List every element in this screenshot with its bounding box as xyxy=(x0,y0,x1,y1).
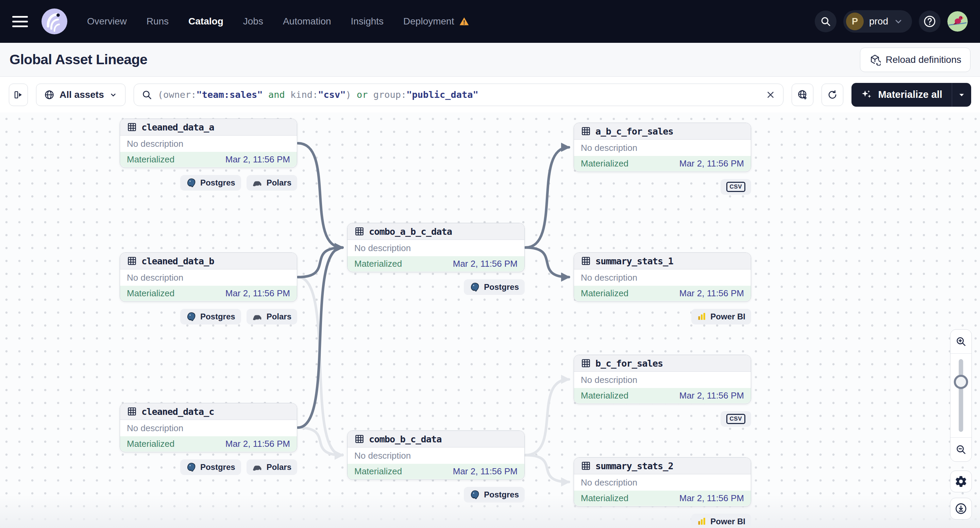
search-icon[interactable] xyxy=(815,11,837,32)
kind-tag-label: Power BI xyxy=(710,312,745,322)
zoom-slider-thumb[interactable] xyxy=(954,375,968,389)
query-segment: ) xyxy=(346,89,357,100)
zoom-out-icon[interactable] xyxy=(950,438,972,461)
filter-to-group-icon[interactable] xyxy=(792,84,813,106)
zoom-slider[interactable] xyxy=(950,354,972,438)
refresh-icon[interactable] xyxy=(821,84,843,106)
kind-tag-polars[interactable]: Polars xyxy=(247,175,297,190)
dagster-logo-icon[interactable] xyxy=(39,6,70,37)
asset-search-input[interactable]: (owner:"team:sales" and kind:"csv") or g… xyxy=(134,84,784,106)
table-icon xyxy=(581,358,591,368)
asset-kind-tags: csv xyxy=(574,411,751,427)
asset-kind-tags: Postgres xyxy=(347,487,525,503)
kind-tag-postgres[interactable]: Postgres xyxy=(180,459,241,475)
asset-node-cleaned_data_b[interactable]: cleaned_data_b No description Materializ… xyxy=(120,252,297,302)
clear-search-icon[interactable] xyxy=(765,90,776,100)
kind-tag-label: Postgres xyxy=(200,178,235,187)
zoom-slider-track[interactable] xyxy=(959,359,963,432)
gear-icon xyxy=(955,475,967,488)
asset-scope-dropdown[interactable]: All assets xyxy=(36,84,126,106)
asset-status-row: Materialized Mar 2, 11:56 PM xyxy=(574,388,751,403)
kind-tag-power-bi[interactable]: Power BI xyxy=(691,309,751,325)
asset-node-b_c_for_sales[interactable]: b_c_for_sales No description Materialize… xyxy=(574,355,751,404)
kind-tag-csv[interactable]: csv xyxy=(721,179,751,195)
asset-description: No description xyxy=(120,270,297,286)
asset-node-summary_stats_1[interactable]: summary_stats_1 No description Materiali… xyxy=(574,252,751,302)
nav-item-label: Automation xyxy=(283,16,331,27)
table-icon xyxy=(127,406,137,417)
nav-item-automation[interactable]: Automation xyxy=(283,16,331,27)
download-button[interactable] xyxy=(950,498,972,520)
kind-tag-polars[interactable]: Polars xyxy=(247,309,297,325)
asset-node-a_b_c_for_sales[interactable]: a_b_c_for_sales No description Materiali… xyxy=(574,123,751,172)
canvas-settings-button[interactable] xyxy=(950,471,972,492)
lineage-edge xyxy=(525,379,569,455)
chevron-down-icon xyxy=(957,90,966,99)
kind-tag-csv[interactable]: csv xyxy=(721,411,751,427)
kind-tag-postgres[interactable]: Postgres xyxy=(464,487,525,503)
lineage-edge xyxy=(298,428,342,455)
query-segment: "team:sales" xyxy=(197,89,263,100)
asset-node-summary_stats_2[interactable]: summary_stats_2 No description Materiali… xyxy=(574,457,751,507)
zoom-in-icon[interactable] xyxy=(950,330,972,354)
kind-tag-power-bi[interactable]: Power BI xyxy=(691,514,751,528)
asset-name: combo_a_b_c_data xyxy=(369,226,452,237)
nav-item-catalog[interactable]: Catalog xyxy=(188,16,223,27)
asset-kind-tags: csv xyxy=(574,179,751,195)
asset-description: No description xyxy=(120,420,297,436)
avatar[interactable] xyxy=(947,11,968,32)
open-panel-icon[interactable] xyxy=(9,84,28,106)
query-segment: or xyxy=(357,89,368,100)
asset-node-header: cleaned_data_c xyxy=(120,403,297,420)
asset-node-cleaned_data_c[interactable]: cleaned_data_c No description Materializ… xyxy=(120,403,297,452)
kind-tag-label: Polars xyxy=(267,178,291,187)
menu-icon[interactable] xyxy=(12,14,28,29)
query-segment: "csv" xyxy=(318,89,345,100)
lineage-canvas[interactable]: cleaned_data_a No description Materializ… xyxy=(0,113,980,528)
environment-switcher[interactable]: P prod xyxy=(843,10,912,33)
asset-node-combo_a_b_c_data[interactable]: combo_a_b_c_data No description Material… xyxy=(347,223,525,272)
lineage-edge xyxy=(298,143,342,248)
table-icon xyxy=(127,122,137,132)
nav-item-label: Deployment xyxy=(403,16,454,27)
asset-status-row: Materialized Mar 2, 11:56 PM xyxy=(120,152,297,167)
kind-tag-label: Postgres xyxy=(484,282,519,292)
nav-item-runs[interactable]: Runs xyxy=(146,16,169,27)
kind-tag-postgres[interactable]: Postgres xyxy=(180,175,241,190)
nav-item-deployment[interactable]: Deployment xyxy=(403,16,469,27)
postgres-icon xyxy=(469,490,480,500)
asset-node-cleaned_data_a[interactable]: cleaned_data_a No description Materializ… xyxy=(120,119,297,168)
asset-description: No description xyxy=(347,240,524,256)
nav-item-label: Runs xyxy=(146,16,169,27)
nav-item-jobs[interactable]: Jobs xyxy=(243,16,263,27)
nav-item-overview[interactable]: Overview xyxy=(87,16,127,27)
kind-tag-polars[interactable]: Polars xyxy=(247,459,297,475)
materialize-all-button[interactable]: Materialize all xyxy=(851,83,952,107)
query-segment: (owner: xyxy=(158,89,197,100)
warning-icon xyxy=(459,16,469,27)
reload-definitions-button[interactable]: Reload definitions xyxy=(860,48,970,72)
nav-item-insights[interactable]: Insights xyxy=(351,16,384,27)
kind-tag-postgres[interactable]: Postgres xyxy=(464,279,525,295)
query-segment xyxy=(263,89,268,100)
postgres-icon xyxy=(186,462,197,473)
kind-tag-postgres[interactable]: Postgres xyxy=(180,309,241,325)
kind-tag-label: Polars xyxy=(267,312,291,322)
asset-status-row: Materialized Mar 2, 11:56 PM xyxy=(574,286,751,301)
help-icon[interactable] xyxy=(919,11,940,32)
powerbi-icon xyxy=(697,312,706,322)
polars-icon xyxy=(252,464,263,471)
kind-tag-label: Polars xyxy=(267,462,291,472)
zoom-panel xyxy=(950,329,972,462)
nav-item-label: Insights xyxy=(351,16,384,27)
status-badge: Materialized xyxy=(127,288,175,299)
kind-tag-label: Postgres xyxy=(484,490,519,499)
environment-avatar: P xyxy=(846,13,864,30)
powerbi-icon xyxy=(697,517,706,526)
asset-node-combo_b_c_data[interactable]: combo_b_c_data No description Materializ… xyxy=(347,430,525,480)
table-icon xyxy=(581,126,591,136)
table-icon xyxy=(581,461,591,471)
reload-cube-icon xyxy=(869,54,881,66)
materialize-options-button[interactable] xyxy=(952,83,971,107)
asset-name: cleaned_data_b xyxy=(142,256,214,266)
